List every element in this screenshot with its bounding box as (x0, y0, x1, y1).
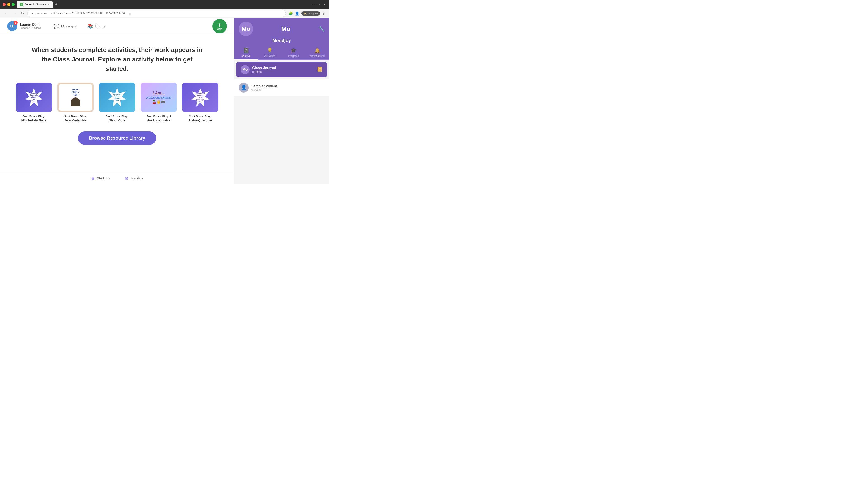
class-journal-section: Mo Class Journal 0 posts 📔 (236, 62, 327, 77)
journal-posts-count: 0 posts (252, 70, 276, 73)
notification-badge: 1 (13, 21, 18, 25)
browser-chrome: S Journal - Seesaw ✕ + ─ □ ✕ (0, 0, 329, 9)
journal-header[interactable]: Mo Class Journal 0 posts 📔 (236, 62, 327, 77)
messages-icon: 💬 (54, 24, 59, 29)
win-minimize[interactable]: ─ (311, 2, 315, 7)
class-full-name: Moodjoy (272, 38, 291, 43)
messages-nav[interactable]: 💬 Messages (52, 23, 78, 30)
user-avatar: LD 1 (7, 21, 17, 31)
card-thumbnail-shoutouts: CommunityBuilders Shout-Outs (99, 83, 135, 112)
card-thumbnail-curly: DEARCURLYHAIR (57, 83, 94, 112)
address-bar: ← → ↻ app.seesaw.me/#/class/class.e01bf4… (0, 9, 329, 18)
incognito-badge: 🕵 Incognito (301, 11, 320, 15)
journal-content: Mo Class Journal 0 posts 📔 👤 Sample Stud… (234, 60, 329, 184)
progress-tab-icon: 🎓 (290, 48, 297, 54)
profile-icon[interactable]: 👤 (295, 11, 300, 15)
main-content: When students complete activities, their… (0, 34, 234, 184)
notifications-tab-icon: 🔔 (314, 48, 320, 54)
user-name: Lauren Deli (20, 23, 41, 26)
user-role: Teacher - 1 Class (20, 26, 41, 30)
add-button[interactable]: + Add (213, 19, 227, 33)
journal-title-block: Class Journal 0 posts (252, 66, 276, 73)
new-tab-button[interactable]: + (54, 2, 59, 7)
right-tabs: 📓 Journal 💡 Activities 🎓 Progress 🔔 Noti… (234, 45, 329, 60)
library-label: Library (95, 24, 105, 28)
activity-grid: CollaborativeProtocols Mingle-Pair-Share… (16, 83, 218, 123)
messages-label: Messages (61, 24, 76, 28)
user-info[interactable]: LD 1 Lauren Deli Teacher - 1 Class (7, 21, 41, 31)
reload-button[interactable]: ↻ (20, 10, 25, 17)
card-label-curly: Just Press Play:Dear Curly Hair (64, 115, 87, 123)
back-button[interactable]: ← (4, 11, 9, 17)
card-badge-content: CollaborativeProtocols Mingle-Pair-Share (26, 92, 42, 102)
sample-student-posts: 0 posts (251, 88, 277, 91)
header-nav: 💬 Messages 📚 Library (52, 23, 107, 30)
activities-tab-icon: 💡 (267, 48, 273, 54)
minimize-window-btn[interactable] (7, 3, 10, 6)
add-students-item[interactable]: ⊕ Students (91, 175, 110, 181)
tab-title: Journal - Seesaw (25, 3, 46, 6)
student-silhouette-icon: 👤 (241, 85, 247, 91)
tab-favicon: S (20, 3, 23, 6)
tab-progress[interactable]: 🎓 Progress (282, 45, 305, 60)
i-am-text: I Am... (153, 91, 164, 96)
tab-activities[interactable]: 💡 Activities (258, 45, 282, 60)
right-header: Mo Mo 🔧 Moodjoy (234, 18, 329, 45)
card-label-mingle: Just Press Play:Mingle-Pair-Share (22, 115, 46, 123)
families-label: Families (130, 176, 143, 180)
students-label: Students (97, 176, 110, 180)
add-plus-icon: + (218, 22, 221, 28)
class-display-name: Mo (281, 25, 290, 33)
add-label: Add (217, 28, 222, 31)
extensions-icon[interactable]: 🧩 (289, 11, 293, 15)
activity-card-accountable[interactable]: I Am... ACCOUNTABLE 🍒🖐🎮 Just Press Play:… (141, 83, 177, 123)
activity-card-praise[interactable]: CollaborativeProtocols Praise-Question-S… (182, 83, 218, 123)
journal-tab-icon: 📓 (243, 48, 249, 54)
add-families-item[interactable]: ⊕ Families (125, 175, 143, 181)
notifications-tab-label: Notifications (310, 55, 324, 58)
tab-bar: S Journal - Seesaw ✕ + (17, 1, 310, 8)
browse-resource-library-button[interactable]: Browse Resource Library (78, 131, 156, 145)
card-label-accountable: Just Press Play: IAm Accountable (147, 115, 171, 123)
emoji-row: 🍒🖐🎮 (152, 100, 165, 104)
accountable-text: ACCOUNTABLE (146, 96, 171, 99)
progress-tab-label: Progress (288, 55, 299, 58)
journal-book-icon: 📔 (317, 67, 323, 72)
activity-card-curly[interactable]: DEARCURLYHAIR Just Press Play:Dear Curly… (57, 83, 94, 123)
maximize-window-btn[interactable] (12, 3, 15, 6)
active-tab[interactable]: S Journal - Seesaw ✕ (17, 1, 53, 8)
sample-student-avatar: 👤 (239, 83, 249, 93)
shoutouts-badge: CommunityBuilders Shout-Outs (108, 88, 126, 107)
sample-student-name: Sample Student (251, 84, 277, 88)
browser-actions: 🧩 👤 🕵 Incognito ⋮ (289, 11, 326, 15)
url-bar[interactable]: app.seesaw.me/#/class/class.e01bf4c2-9a2… (27, 10, 286, 17)
add-students-icon: ⊕ (91, 175, 95, 181)
tab-close-btn[interactable]: ✕ (48, 3, 50, 6)
journal-title: Class Journal (252, 66, 276, 70)
window-controls (3, 3, 15, 6)
bottom-bar: ⊕ Students ⊕ Families (0, 172, 234, 184)
os-window-controls: ─ □ ✕ (311, 2, 327, 7)
bookmark-icon[interactable]: ☆ (128, 11, 131, 15)
class-mo-avatar: Mo (239, 22, 253, 36)
url-text: app.seesaw.me/#/class/class.e01bf4c2-9a2… (31, 12, 125, 15)
sample-student-row[interactable]: 👤 Sample Student 0 posts (234, 79, 329, 96)
activity-card-shoutouts[interactable]: CommunityBuilders Shout-Outs Just Press … (99, 83, 135, 123)
praise-badge: CollaborativeProtocols Praise-Question-S… (191, 88, 210, 107)
card-label-shoutouts: Just Press Play:Shout-Outs (106, 115, 128, 123)
journal-mo-avatar: Mo (241, 65, 250, 74)
menu-icon[interactable]: ⋮ (322, 11, 326, 15)
win-restore[interactable]: □ (317, 2, 320, 7)
library-nav[interactable]: 📚 Library (86, 23, 107, 30)
right-panel: Mo Mo 🔧 Moodjoy 📓 Journal 💡 Activities 🎓… (234, 18, 329, 184)
tab-notifications[interactable]: 🔔 Notifications (305, 45, 329, 60)
journal-tab-label: Journal (242, 55, 250, 58)
tab-journal[interactable]: 📓 Journal (234, 45, 258, 60)
win-close[interactable]: ✕ (322, 2, 327, 7)
card-thumbnail-praise: CollaborativeProtocols Praise-Question-S… (182, 83, 218, 112)
class-name-display: Moodjoy (239, 38, 324, 45)
settings-icon[interactable]: 🔧 (318, 26, 324, 32)
close-window-btn[interactable] (3, 3, 6, 6)
activity-card-mingle[interactable]: CollaborativeProtocols Mingle-Pair-Share… (16, 83, 52, 123)
forward-button[interactable]: → (12, 11, 17, 17)
